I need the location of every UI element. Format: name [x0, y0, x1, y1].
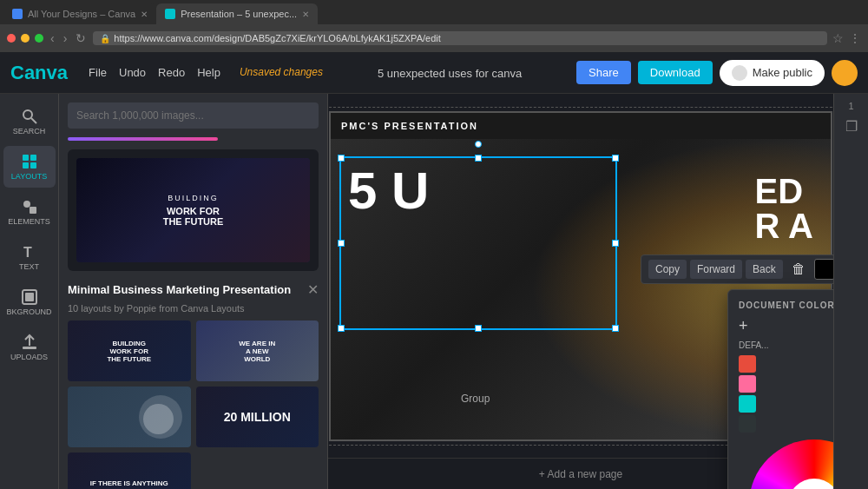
rotate-handle[interactable] [475, 141, 482, 148]
svg-rect-10 [25, 293, 34, 301]
make-public-label: Make public [753, 66, 812, 79]
slide-text-right: ED R A [755, 174, 813, 243]
sidebar-label-background: BKGROUND [7, 307, 52, 316]
thumb-text-4: 20 MILLION [220, 406, 294, 427]
template-close-button[interactable]: ✕ [307, 281, 319, 298]
window-controls [7, 34, 43, 43]
copy-page-icon[interactable]: ❐ [845, 118, 858, 135]
sidebar-item-layouts[interactable]: LAYOUTS [3, 146, 56, 188]
default-colors-label: DEFA... [739, 340, 833, 350]
sidebar-item-search[interactable]: SEARCH [3, 101, 56, 142]
thumbnail-2[interactable]: WE ARE INA NEWWORLD [196, 320, 319, 381]
svg-rect-11 [23, 347, 36, 349]
presentation-title: 5 unexpected uses for canva [378, 67, 522, 80]
color-picker: DOCUMENT COLORS + DEFA... [727, 289, 833, 489]
thumbnail-4[interactable]: 20 MILLION [196, 387, 319, 447]
sidebar-item-background[interactable]: BKGROUND [3, 281, 56, 323]
sidebar-label-layouts: LAYOUTS [11, 172, 47, 181]
make-public-button[interactable]: Make public [720, 60, 825, 86]
template-header: Minimal Business Marketing Presentation … [68, 281, 319, 298]
add-page-button[interactable]: + Add a new page [539, 468, 622, 480]
color-swatch[interactable] [814, 259, 833, 280]
browser-address-bar: ‹ › ↻ 🔒 https://www.canva.com/design/DAB… [0, 24, 868, 52]
delete-icon[interactable]: 🗑 [786, 260, 811, 279]
layouts-icon [21, 153, 38, 170]
star-icon[interactable]: ☆ [832, 31, 844, 45]
menu-help[interactable]: Help [197, 66, 220, 79]
thumb-text-5: IF THERE IS ANYTHING [87, 476, 172, 490]
slide-text-content: 5 U [339, 156, 617, 226]
canvas-main[interactable]: Copy Forward Back 🗑 ▾ DOCUMENT COLORS + … [328, 94, 833, 458]
svg-rect-3 [30, 155, 36, 161]
back-button[interactable]: ‹ [49, 31, 56, 45]
tab-close-1[interactable]: ✕ [141, 10, 148, 19]
sidebar-item-elements[interactable]: ELEMENTS [3, 191, 56, 233]
svg-rect-4 [23, 162, 29, 169]
slide-line2: ED [755, 172, 804, 210]
add-color-button[interactable]: + [739, 317, 833, 335]
topbar: Canva File Undo Redo Help Unsaved change… [0, 52, 868, 94]
handle-bottom-center[interactable] [475, 325, 482, 332]
template-name: Minimal Business Marketing Presentation [68, 283, 291, 296]
slide-header: PMC'S PRESENTATION [331, 113, 831, 139]
lock-icon: 🔒 [100, 34, 110, 43]
handle-middle-left[interactable] [338, 240, 345, 247]
swatch-dark[interactable] [739, 415, 756, 433]
url-text: https://www.canva.com/design/DAB5gZc7XiE… [114, 33, 440, 43]
maximize-dot[interactable] [35, 34, 43, 43]
close-dot[interactable] [7, 34, 16, 43]
swatch-red[interactable] [739, 355, 756, 373]
avatar-icon [732, 65, 747, 81]
color-wheel-container[interactable] [749, 439, 833, 489]
url-bar[interactable]: 🔒 https://www.canva.com/design/DAB5gZc7X… [93, 31, 827, 45]
browser-tab-1[interactable]: All Your Designs – Canva ✕ [3, 3, 156, 24]
browser-actions: ☆ ⋮ [832, 31, 861, 45]
sidebar-label-text: TEXT [19, 262, 39, 271]
menu-icon[interactable]: ⋮ [849, 31, 861, 45]
browser-tab-2[interactable]: Presentation – 5 unexpec... ✕ [156, 3, 318, 24]
uploads-icon [21, 334, 38, 351]
menu-file[interactable]: File [89, 66, 107, 79]
share-button[interactable]: Share [576, 61, 631, 84]
right-sidebar: 1 ❐ [833, 94, 868, 489]
back-button[interactable]: Back [746, 260, 783, 279]
swatch-pink[interactable] [739, 375, 756, 393]
copy-button[interactable]: Copy [648, 260, 687, 279]
topbar-actions: Share Download Make public [576, 60, 858, 86]
slide-line3: R A [755, 207, 813, 245]
minimize-dot[interactable] [21, 34, 30, 43]
slide-title: PMC'S PRESENTATION [341, 121, 478, 131]
download-button[interactable]: Download [638, 61, 713, 84]
left-sidebar: SEARCH LAYOUTS ELEMENTS T TEXT BKGROUND … [0, 94, 59, 489]
swatch-cyan[interactable] [739, 395, 756, 413]
canva-logo[interactable]: Canva [10, 62, 68, 84]
color-wheel[interactable] [749, 439, 833, 489]
thumb-image-3 [68, 387, 191, 447]
swatch-row-1 [739, 355, 833, 373]
handle-bottom-left[interactable] [338, 325, 345, 332]
swatch-row-3 [739, 395, 833, 413]
user-avatar[interactable] [832, 60, 858, 86]
thumbnails-grid: BUILDINGWORK FORTHE FUTURE WE ARE INA NE… [68, 320, 319, 489]
slide-subtitle: Group [461, 393, 490, 405]
menu-undo[interactable]: Undo [119, 66, 146, 79]
thumbnail-5[interactable]: IF THERE IS ANYTHING [68, 453, 191, 489]
sidebar-label-uploads: UPLOADS [10, 353, 48, 361]
menu-redo[interactable]: Redo [158, 66, 185, 79]
tab-favicon-2 [165, 9, 175, 19]
svg-line-1 [31, 118, 36, 123]
canvas-area: Copy Forward Back 🗑 ▾ DOCUMENT COLORS + … [328, 94, 833, 489]
search-input[interactable] [68, 102, 319, 129]
sidebar-item-uploads[interactable]: UPLOADS [3, 327, 56, 368]
tab-close-2[interactable]: ✕ [302, 10, 309, 19]
thumbnail-1[interactable]: BUILDINGWORK FORTHE FUTURE [68, 320, 191, 381]
svg-rect-7 [30, 207, 36, 214]
forward-button[interactable]: › [62, 31, 69, 45]
forward-button[interactable]: Forward [690, 260, 742, 279]
sidebar-item-text[interactable]: T TEXT [3, 236, 56, 278]
reload-button[interactable]: ↻ [74, 31, 88, 45]
thumbnail-3[interactable] [68, 387, 191, 447]
page-number: 1 [848, 101, 853, 111]
thumb-image-5: IF THERE IS ANYTHING [68, 453, 191, 489]
selected-element[interactable]: 5 U [339, 156, 617, 330]
